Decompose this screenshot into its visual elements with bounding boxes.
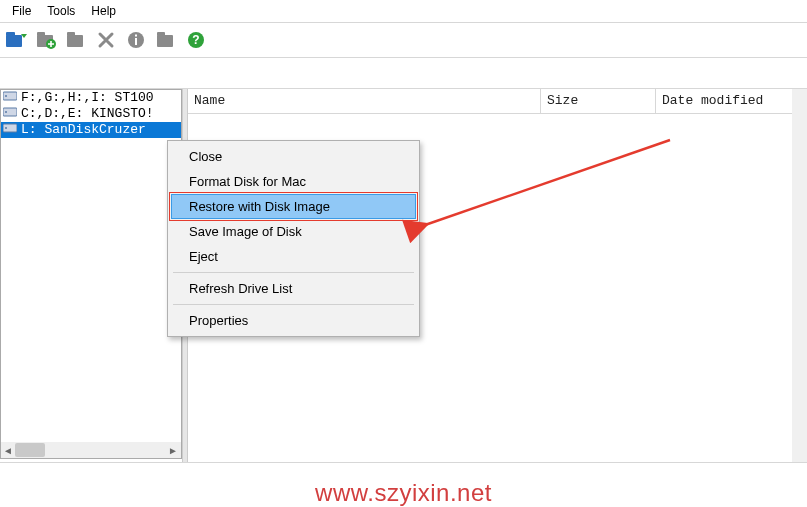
drive-label: C:,D:,E: KINGSTO! (21, 106, 154, 122)
harddisk-icon (3, 90, 17, 107)
svg-rect-5 (67, 35, 83, 47)
cm-save-image[interactable]: Save Image of Disk (171, 219, 416, 244)
horizontal-scrollbar[interactable]: ◄ ► (1, 442, 181, 458)
scroll-right-arrow-icon[interactable]: ► (166, 443, 180, 457)
scroll-left-arrow-icon[interactable]: ◄ (1, 443, 15, 457)
drive-label: L: SanDiskCruzer (21, 122, 146, 138)
scroll-thumb[interactable] (15, 443, 45, 457)
open-icon[interactable] (4, 28, 28, 52)
menu-bar: File Tools Help (0, 0, 807, 23)
folder-icon[interactable] (64, 28, 88, 52)
cm-properties[interactable]: Properties (171, 308, 416, 333)
svg-rect-8 (135, 38, 137, 45)
info-icon[interactable] (124, 28, 148, 52)
svg-rect-0 (6, 35, 22, 47)
drive-label: F:,G:,H:,I: ST100 (21, 90, 154, 106)
menu-tools[interactable]: Tools (41, 2, 85, 20)
svg-rect-6 (67, 32, 75, 36)
column-name[interactable]: Name (188, 89, 541, 113)
folder2-icon[interactable] (154, 28, 178, 52)
cm-close[interactable]: Close (171, 144, 416, 169)
delete-icon[interactable] (94, 28, 118, 52)
column-date[interactable]: Date modified (656, 89, 807, 113)
harddisk-icon (3, 106, 17, 123)
cm-eject[interactable]: Eject (171, 244, 416, 269)
svg-rect-11 (157, 32, 165, 36)
vertical-scrollbar[interactable] (792, 89, 807, 464)
menu-help[interactable]: Help (85, 2, 126, 20)
drive-row[interactable]: C:,D:,E: KINGSTO! (1, 106, 181, 122)
harddisk-icon (3, 122, 17, 139)
menu-separator (173, 304, 414, 305)
add-folder-icon[interactable] (34, 28, 58, 52)
cm-format-disk[interactable]: Format Disk for Mac (171, 169, 416, 194)
column-size[interactable]: Size (541, 89, 656, 113)
svg-rect-3 (37, 32, 45, 36)
svg-point-17 (5, 111, 7, 113)
watermark-text: www.szyixin.net (0, 479, 807, 507)
svg-point-19 (5, 127, 7, 129)
svg-point-15 (5, 95, 7, 97)
svg-rect-9 (135, 35, 137, 37)
cm-restore-disk-image[interactable]: Restore with Disk Image (171, 194, 416, 219)
toolbar: ? (0, 23, 807, 58)
list-header: Name Size Date modified (188, 89, 807, 114)
context-menu: Close Format Disk for Mac Restore with D… (167, 140, 420, 337)
drive-row[interactable]: F:,G:,H:,I: ST100 (1, 90, 181, 106)
menu-separator (173, 272, 414, 273)
svg-rect-1 (6, 32, 15, 36)
svg-text:?: ? (192, 33, 199, 47)
drive-tree: F:,G:,H:,I: ST100 C:,D:,E: KINGSTO! L: S… (0, 89, 182, 459)
help-icon[interactable]: ? (184, 28, 208, 52)
menu-file[interactable]: File (6, 2, 41, 20)
cm-refresh-drive-list[interactable]: Refresh Drive List (171, 276, 416, 301)
drive-row-selected[interactable]: L: SanDiskCruzer (1, 122, 181, 138)
svg-rect-10 (157, 35, 173, 47)
